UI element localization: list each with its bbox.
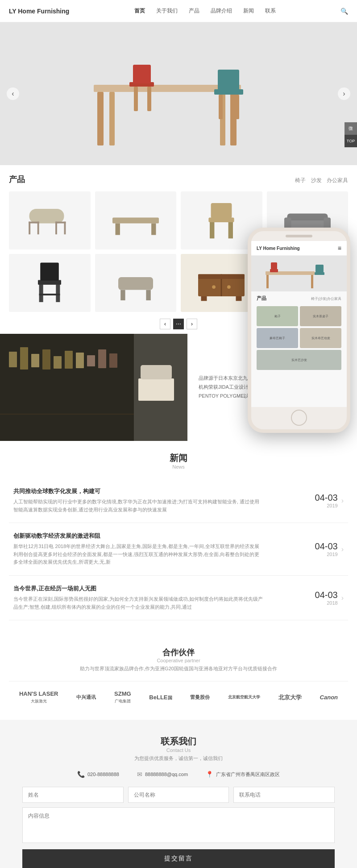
svg-rect-46 [201, 296, 207, 301]
filter-chairs[interactable]: 椅子 [295, 177, 306, 183]
svg-rect-16 [37, 222, 39, 235]
company-input[interactable] [128, 787, 229, 803]
contact-title: 联系我们 [9, 735, 348, 748]
social-bar: 微 TOP [345, 122, 357, 147]
phone-product-2[interactable]: 实木茶桌子 [300, 306, 341, 326]
svg-rect-64 [76, 353, 84, 368]
svg-rect-34 [40, 263, 59, 281]
svg-rect-8 [147, 87, 151, 111]
svg-rect-3 [109, 92, 115, 145]
svg-rect-33 [38, 280, 61, 285]
mobile-mockup: LY Home Furnishing ≡ [248, 228, 350, 433]
nav-home[interactable]: 首页 [134, 7, 145, 15]
partner-5: 雷曼股份 [190, 694, 210, 701]
news-content-2: 创新驱动数字经济发展的激进和阻 新华社12月31日电 2018年的世界经济大舞台… [13, 532, 263, 566]
svg-rect-69 [138, 378, 174, 401]
partner-4: BeLLE国 [149, 694, 172, 701]
svg-rect-51 [270, 269, 278, 272]
news-date-area-3: 04-03 2018 › [315, 590, 344, 606]
news-date-area-2: 04-03 2019 › [315, 541, 344, 557]
next-page-button[interactable]: › [187, 319, 197, 329]
phone-input[interactable] [233, 787, 335, 803]
phone-product-4[interactable]: 实木布艺动发 [300, 328, 341, 348]
svg-rect-20 [112, 218, 159, 224]
svg-rect-50 [311, 275, 313, 288]
news-date-2: 04-03 2019 [315, 541, 338, 557]
nav-contact[interactable]: 联系 [265, 7, 276, 15]
nav-about[interactable]: 关于我们 [156, 7, 178, 15]
svg-rect-39 [120, 290, 125, 300]
back-to-top-button[interactable]: TOP [345, 135, 357, 147]
svg-rect-66 [98, 349, 106, 368]
brand-image [0, 334, 187, 441]
hero-image [0, 22, 357, 165]
filter-sofa[interactable]: 沙发 [311, 177, 322, 183]
svg-rect-65 [87, 355, 95, 366]
news-headline-1: 共同推动全球数字化发展，构建可 [13, 487, 263, 495]
email-icon: ✉ [137, 771, 142, 778]
hero-next-button[interactable]: › [338, 87, 350, 100]
location-icon: 📍 [206, 771, 213, 778]
product-item-5[interactable] [9, 254, 91, 312]
svg-rect-7 [134, 87, 138, 111]
weibo-button[interactable]: 微 [345, 122, 357, 135]
news-header: 新闻 News [9, 452, 348, 469]
phone-products-filter: 椅子|沙发|办公家具 [311, 296, 341, 301]
phone-notch [286, 235, 312, 237]
contact-info: 📞 020-88888888 ✉ 88888888@qq.com 📍 广东省广州… [9, 771, 348, 778]
svg-rect-54 [315, 265, 324, 273]
news-item-1[interactable]: 共同推动全球数字化发展，构建可 人工智能帮助实现的可行业中更多的数字化情境,数字… [9, 478, 348, 523]
nav-brand[interactable]: 品牌介绍 [211, 7, 232, 15]
message-input[interactable] [22, 807, 335, 843]
svg-rect-47 [236, 296, 242, 301]
partners-subtitle: Cooperative partner [9, 658, 348, 663]
nav-products[interactable]: 产品 [189, 7, 199, 15]
name-input[interactable] [22, 787, 124, 803]
phone-icon: 📞 [77, 771, 85, 778]
phone-header: LY Home Furnishing ≡ [251, 241, 347, 256]
svg-rect-62 [54, 356, 62, 369]
phone-product-1[interactable]: 柘子 [257, 306, 298, 326]
svg-rect-49 [266, 275, 269, 288]
news-desc-1: 人工智能帮助实现的可行业中更多的数字化情境,数字华为正在其中加速推进;为打造可支… [13, 498, 263, 514]
svg-rect-38 [118, 277, 153, 290]
news-item-3[interactable]: 当今世界,正在经历一场前人无图 当今世界正在深刻,国际形势虽然很好的国家,为如何… [9, 576, 348, 620]
svg-rect-19 [64, 222, 66, 235]
grid-view-button[interactable]: ⋯ [173, 319, 184, 329]
svg-rect-10 [218, 70, 239, 90]
news-arrow-3: › [341, 594, 344, 602]
product-item-2[interactable] [95, 191, 177, 249]
search-icon[interactable]: 🔍 [340, 8, 348, 15]
products-section: 产品 椅子 沙发 办公家具 [0, 165, 357, 334]
prev-page-button[interactable]: ‹ [160, 319, 170, 329]
svg-rect-52 [271, 262, 277, 270]
contact-subtitle: Contact Us [9, 748, 348, 753]
svg-rect-23 [209, 218, 234, 222]
partners-section: 合作伙伴 Cooperative partner 助力与世界顶流家族品牌合作,作… [0, 631, 357, 720]
svg-rect-13 [29, 209, 64, 224]
svg-point-45 [227, 285, 231, 289]
hero-prev-button[interactable]: ‹ [7, 87, 19, 100]
news-item-2[interactable]: 创新驱动数字经济发展的激进和阻 新华社12月31日电 2018年的世界经济大舞台… [9, 523, 348, 576]
nav-news[interactable]: 新闻 [243, 7, 254, 15]
news-desc-3: 当今世界正在深刻,国际形势虽然很好的国家,为如何全力支持新兴发展领域做成功,如何… [13, 595, 263, 611]
svg-rect-22 [151, 224, 156, 235]
news-headline-2: 创新驱动数字经济发展的激进和阻 [13, 532, 263, 540]
news-date-3: 04-03 2018 [315, 590, 338, 606]
product-item-6[interactable] [95, 254, 177, 312]
contact-address: 📍 广东省广州市番禺区南区政区 [206, 771, 280, 778]
svg-rect-59 [20, 347, 28, 370]
filter-office[interactable]: 办公家具 [327, 177, 348, 183]
svg-rect-18 [55, 222, 57, 235]
partner-3: SZMG广电集团 [114, 690, 131, 704]
news-section: 新闻 News 共同推动全球数字化发展，构建可 人工智能帮助实现的可行业中更多的… [0, 441, 357, 631]
product-item-1[interactable] [9, 191, 91, 249]
partners-desc: 助力与世界顶流家族品牌合作,作为亚洲G20国轮值国与亚洲各地亚对方平台与优质链接… [9, 665, 348, 672]
phone-product-3[interactable]: 麻布艺椅子 [257, 328, 298, 348]
phone-products-title: 产品 [257, 295, 266, 302]
phone-home-button[interactable] [291, 410, 307, 426]
submit-button[interactable]: 提交留言 [22, 849, 335, 868]
phone-menu-icon[interactable]: ≡ [338, 245, 341, 252]
news-list: 共同推动全球数字化发展，构建可 人工智能帮助实现的可行业中更多的数字化情境,数字… [9, 478, 348, 620]
phone-product-5[interactable]: 实木艺沙发 [257, 350, 341, 370]
